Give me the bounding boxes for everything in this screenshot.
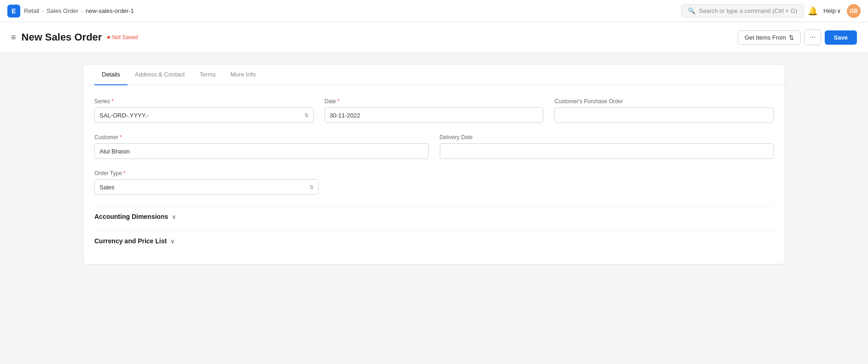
help-menu[interactable]: Help ∨ <box>823 7 841 14</box>
breadcrumb-retail[interactable]: Retail <box>24 7 39 14</box>
get-items-button[interactable]: Get Items From ⇅ <box>738 30 801 45</box>
main-content: Details Address & Contact Terms More Inf… <box>0 53 868 364</box>
date-label: Date * <box>325 98 544 105</box>
series-label: Series * <box>94 98 314 105</box>
breadcrumb: Retail › Sales Order › new-sales-order-1 <box>24 7 677 14</box>
page-header-left: ≡ New Sales Order Not Saved <box>11 31 138 43</box>
order-type-group: Order Type * Sales ⇅ <box>94 170 319 195</box>
required-marker: * <box>338 98 340 105</box>
accounting-dimensions-section[interactable]: Accounting Dimensions ∨ <box>94 206 774 227</box>
series-updown-icon: ⇅ <box>304 112 309 118</box>
breadcrumb-sales-order[interactable]: Sales Order <box>47 7 78 14</box>
customer-po-label: Customer's Purchase Order <box>554 98 774 105</box>
customer-label: Customer * <box>94 134 429 141</box>
delivery-date-field[interactable] <box>440 143 774 159</box>
tab-address-contact[interactable]: Address & Contact <box>128 65 192 85</box>
form-row-2: Customer * Atul Bhasin Delivery Date <box>94 134 774 159</box>
customer-po-group: Customer's Purchase Order <box>554 98 774 123</box>
more-options-button[interactable]: ··· <box>804 29 821 45</box>
page-title: New Sales Order <box>22 31 102 43</box>
chevron-icon: › <box>81 8 83 14</box>
accounting-dimensions-chevron-icon: ∨ <box>172 213 176 220</box>
search-bar[interactable]: 🔍 Search or type a command (Ctrl + G) <box>681 4 804 18</box>
navbar: E Retail › Sales Order › new-sales-order… <box>0 0 868 22</box>
series-group: Series * SAL-ORD-.YYYY.- ⇅ <box>94 98 314 123</box>
tab-more-info[interactable]: More Info <box>223 65 263 85</box>
customer-field[interactable]: Atul Bhasin <box>94 143 429 159</box>
required-marker: * <box>111 98 114 105</box>
chevron-down-icon: ∨ <box>837 7 841 14</box>
order-type-label: Order Type * <box>94 170 319 176</box>
customer-po-field[interactable] <box>554 107 774 123</box>
delivery-date-label: Delivery Date <box>440 134 774 141</box>
page-header-right: Get Items From ⇅ ··· Save <box>738 29 857 45</box>
required-marker: * <box>123 170 126 176</box>
order-type-updown-icon: ⇅ <box>309 184 314 190</box>
breadcrumb-current: new-sales-order-1 <box>86 7 134 14</box>
search-icon: 🔍 <box>688 7 695 14</box>
menu-icon[interactable]: ≡ <box>11 33 16 42</box>
tab-details[interactable]: Details <box>94 65 128 85</box>
tab-bar: Details Address & Contact Terms More Inf… <box>83 65 785 85</box>
bell-icon[interactable]: 🔔 <box>808 6 818 16</box>
required-marker: * <box>120 134 122 141</box>
avatar[interactable]: GB <box>847 4 861 18</box>
save-button[interactable]: Save <box>825 30 857 45</box>
search-placeholder: Search or type a command (Ctrl + G) <box>699 7 798 14</box>
tab-terms[interactable]: Terms <box>192 65 223 85</box>
date-group: Date * 30-11-2022 <box>325 98 544 123</box>
customer-group: Customer * Atul Bhasin <box>94 134 429 159</box>
page-header: ≡ New Sales Order Not Saved Get Items Fr… <box>0 22 868 53</box>
navbar-right: 🔔 Help ∨ GB <box>808 4 861 18</box>
date-field[interactable]: 30-11-2022 <box>325 107 544 123</box>
form-card: Details Address & Contact Terms More Inf… <box>83 64 785 264</box>
form-body: Series * SAL-ORD-.YYYY.- ⇅ Date * 30-11-… <box>83 85 785 264</box>
delivery-date-group: Delivery Date <box>440 134 774 159</box>
currency-price-list-chevron-icon: ∨ <box>170 238 175 245</box>
brand-logo[interactable]: E <box>7 5 20 18</box>
series-field[interactable]: SAL-ORD-.YYYY.- ⇅ <box>94 107 314 123</box>
chevron-icon: › <box>42 8 44 14</box>
form-row-1: Series * SAL-ORD-.YYYY.- ⇅ Date * 30-11-… <box>94 98 774 123</box>
status-badge: Not Saved <box>107 34 138 41</box>
status-dot <box>107 36 110 39</box>
order-type-field[interactable]: Sales ⇅ <box>94 179 319 195</box>
chevron-updown-icon: ⇅ <box>789 34 794 41</box>
currency-price-list-section[interactable]: Currency and Price List ∨ <box>94 230 774 251</box>
